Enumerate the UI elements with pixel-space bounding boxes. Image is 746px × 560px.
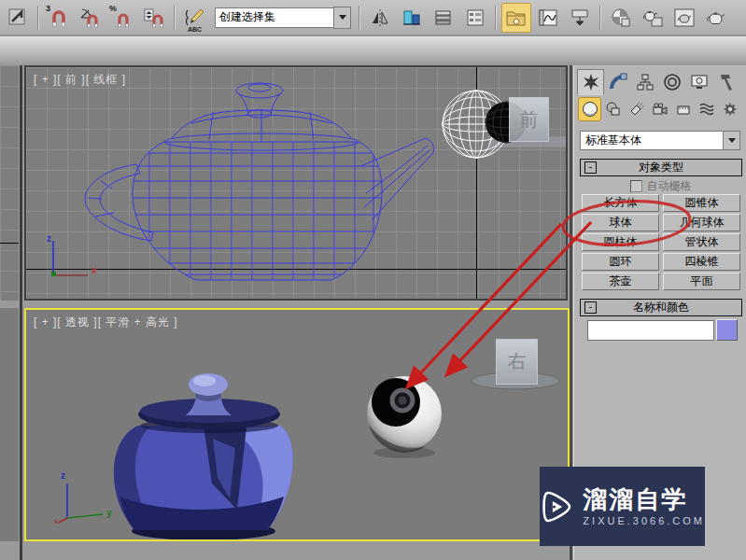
tab-utilities[interactable] [712, 69, 739, 95]
collapse-icon[interactable]: - [584, 301, 597, 314]
toolbar-separator [359, 6, 360, 30]
rollout-name-color-title: 名称和颜色 [633, 301, 689, 314]
tab-modify[interactable] [604, 69, 631, 95]
left-viewport-sliver-bottom[interactable] [0, 308, 19, 541]
dropdown-value: 标准基本体 [580, 131, 723, 150]
mirror-button[interactable] [365, 3, 395, 33]
left-viewport-sliver[interactable] [0, 65, 19, 301]
layers-button[interactable] [429, 3, 458, 33]
layer-manager-button[interactable] [501, 3, 531, 33]
dropdown-arrow-icon [728, 138, 736, 143]
partial-icon [8, 8, 27, 27]
grid-origin-line [0, 243, 19, 244]
watermark-site: zixue.3066.com [583, 515, 705, 526]
snap-toggle-3d-button[interactable]: 3 [44, 3, 74, 33]
button-sphere[interactable]: 球体 [582, 214, 659, 231]
mirror-icon [370, 7, 390, 28]
category-cameras[interactable] [648, 97, 671, 121]
viewport-perspective[interactable]: [ + ][ 透视 ][ 平滑 + 高光 ] [24, 308, 570, 541]
rendered-frame-button[interactable] [669, 3, 699, 33]
button-tube[interactable]: 管状体 [663, 233, 740, 251]
tab-motion[interactable] [658, 69, 685, 95]
button-box[interactable]: 长方体 [582, 194, 659, 212]
button-plane[interactable]: 平面 [663, 273, 740, 290]
modify-icon [609, 73, 627, 91]
category-space-warps[interactable] [695, 97, 718, 121]
primitive-category-dropdown[interactable]: 标准基本体 [580, 131, 740, 150]
edit-named-selections-button[interactable]: ABC [180, 3, 210, 33]
partial-toolbar-button[interactable] [3, 3, 33, 33]
render-setup-teapot-icon [641, 7, 664, 29]
render-setup-button[interactable] [638, 3, 668, 33]
object-name-input[interactable] [587, 320, 714, 341]
name-color-row [574, 319, 746, 342]
cameras-icon [652, 101, 669, 118]
viewport-perspective-label[interactable]: [ + ][ 透视 ][ 平滑 + 高光 ] [34, 315, 178, 330]
rendered-frame-teapot-icon [673, 7, 696, 29]
axis-x-label: x [91, 265, 97, 275]
button-teapot[interactable]: 茶壶 [582, 273, 659, 290]
shapes-icon [605, 101, 622, 118]
angle-magnet-icon [79, 7, 102, 29]
angle-snap-button[interactable] [76, 3, 106, 33]
quick-render-button[interactable] [701, 3, 731, 33]
rollout-name-color[interactable]: - 名称和颜色 [580, 299, 742, 316]
helpers-icon [675, 101, 692, 118]
text-object-right-glyph: 右 [508, 349, 527, 374]
dropdown-button[interactable] [723, 131, 740, 150]
watermark-play-logo [540, 486, 573, 527]
button-cylinder[interactable]: 圆柱体 [582, 233, 659, 251]
tab-hierarchy[interactable] [631, 69, 658, 95]
schematic-view-button[interactable] [565, 3, 595, 33]
axis-z-label: z [61, 470, 65, 481]
toolbar-separator [174, 6, 176, 30]
align-icon [401, 7, 422, 28]
viewport-front-label[interactable]: [ + ][ 前 ][ 线框 ] [34, 72, 126, 88]
percent-label: % [109, 4, 117, 13]
command-panel-tabs [577, 69, 739, 95]
percent-snap-button[interactable]: % [107, 3, 137, 33]
collapse-icon[interactable]: - [584, 161, 597, 174]
eyeball-sphere[interactable] [367, 376, 442, 458]
text-object-front: 前 [509, 97, 549, 142]
scene-explorer-button[interactable] [460, 3, 490, 33]
layers-icon [433, 7, 454, 28]
text-object-right: 右 [496, 339, 538, 385]
button-cone[interactable]: 圆锥体 [663, 194, 740, 212]
watermark-brand: 溜溜自学 [583, 486, 705, 513]
tab-display[interactable] [685, 69, 712, 95]
teapot-wireframe[interactable] [85, 83, 434, 282]
rollout-object-type[interactable]: - 对象类型 [580, 159, 742, 176]
viewport-splitter[interactable] [20, 65, 22, 560]
utilities-hammer-icon [717, 73, 736, 91]
toolbar-separator [599, 6, 601, 30]
button-pyramid[interactable]: 四棱锥 [663, 253, 740, 271]
align-button[interactable] [397, 3, 427, 33]
category-lights[interactable] [625, 97, 648, 121]
main-toolbar: 3 % [0, 0, 746, 35]
teapot-shaded[interactable] [114, 373, 293, 539]
autogrid-checkbox[interactable] [630, 180, 642, 192]
display-icon [690, 73, 709, 91]
category-geometry[interactable] [578, 97, 601, 121]
selection-set-dropdown-button[interactable] [333, 7, 351, 29]
category-shapes[interactable] [601, 97, 625, 121]
rollout-object-type-title: 对象类型 [639, 161, 683, 174]
perspective-scene [26, 310, 568, 539]
material-editor-button[interactable] [606, 3, 636, 33]
snap-3-label: 3 [46, 4, 50, 13]
category-helpers[interactable] [671, 97, 695, 121]
curve-editor-button[interactable] [533, 3, 563, 33]
create-icon [582, 73, 600, 91]
axis-z-label: z [47, 233, 51, 244]
spinner-snap-button[interactable] [139, 3, 169, 33]
watermark-text: 溜溜自学 zixue.3066.com [583, 486, 705, 527]
selection-set-input[interactable] [215, 7, 333, 28]
category-systems[interactable] [718, 97, 741, 121]
button-torus[interactable]: 圆环 [582, 253, 659, 271]
space-warps-icon [698, 101, 715, 118]
button-geosphere[interactable]: 几何球体 [663, 214, 740, 231]
object-color-swatch[interactable] [716, 319, 738, 341]
tab-create[interactable] [577, 69, 604, 95]
viewport-front[interactable]: [ + ][ 前 ][ 线框 ] [24, 65, 568, 301]
